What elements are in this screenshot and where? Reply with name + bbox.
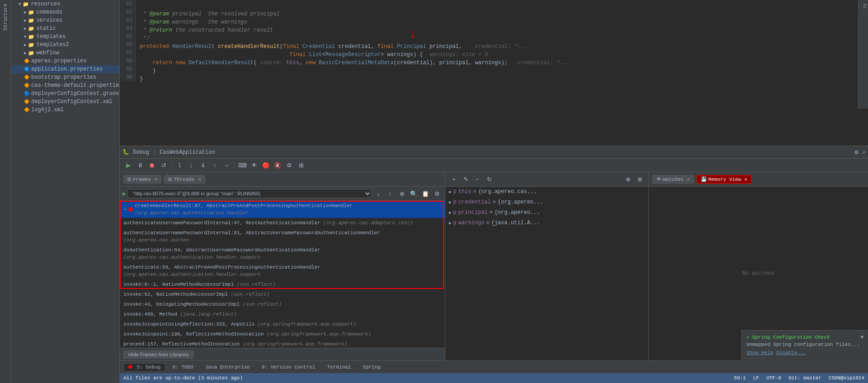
frame-item[interactable]: invokeJoinpoint:190, ReflectiveMethodInv… [120,329,445,339]
filter-button[interactable]: ⊗ [635,175,645,184]
stop-button[interactable]: ⏹ [147,161,157,170]
tree-deployer-groovy[interactable]: 🔵 deployerConfigContext.groovy [11,90,119,98]
variable-credential[interactable]: p credential = {org.apereo... [445,197,648,208]
notification-close[interactable]: ▼ [860,335,863,340]
frame-item[interactable]: doAuthentication:64, AbstractUsernamePas… [120,245,445,262]
frame-item-current[interactable]: → createHandlerResult:87, AbstractPreAnd… [120,201,445,218]
thread-btn-1[interactable]: ↓ [373,189,383,199]
tab-java-enterprise[interactable]: Java Enterprise [200,363,255,371]
tab-version-control[interactable]: 9: Version Control [257,363,321,371]
tree-webflow[interactable]: 📁 webflow [11,49,119,57]
mute-breakpoints-button[interactable]: 🔇 [273,161,283,170]
evaluate-button[interactable]: ⌨ [237,161,247,170]
memory-view-tab[interactable]: 💾 Memory View ✕ [697,175,751,184]
settings-icon[interactable]: ⚙ [854,148,858,156]
restart-button[interactable]: ↺ [159,161,169,170]
expand-icon[interactable]: ↗ [862,149,865,156]
layout-button[interactable]: ⊞ [296,161,306,170]
frame-name: invoke:43, DelegatingMethodAccessorImpl … [123,301,282,308]
tree-apereo-properties[interactable]: 🔶 apereo.properties [11,57,119,65]
encoding-indicator[interactable]: UTF-8 [766,375,781,381]
tree-log4j2[interactable]: 🔶 log4j2.xml [11,106,119,114]
frame-item[interactable]: invoke:0:-1, NativeMethodAccessorImpl (s… [120,279,445,289]
tree-services[interactable]: 📁 services [11,16,119,24]
remove-watch-button[interactable]: − [472,175,482,184]
separator [234,161,235,170]
show-help-link[interactable]: Show Help [746,350,773,355]
line-ending-indicator[interactable]: LF [753,375,759,381]
watches-tab-close[interactable]: ✕ [687,176,690,182]
var-p-icon: p [453,188,456,195]
file-icon: 🔶 [24,83,29,88]
watches-button[interactable]: 👁 [249,161,259,170]
file-icon: 🔷 [24,66,29,72]
frames-tab[interactable]: ⧉ Frames ✕ [123,175,161,184]
resume-button[interactable]: ▶ [123,161,133,170]
step-into-button[interactable]: ↓ [186,161,196,170]
variable-this[interactable]: p this = {org.apereo.cas... [445,187,648,197]
tree-static[interactable]: 📁 static [11,24,119,33]
expand-icon [449,199,451,206]
force-step-into-button[interactable]: ⇓ [198,161,208,170]
tree-deployer-xml[interactable]: 🔶 deployerConfigContext.xml [11,98,119,106]
step-out-button[interactable]: ↑ [210,161,220,170]
restore-button[interactable]: ↻ [484,175,494,184]
thread-btn-3[interactable]: ⊕ [397,189,407,199]
show-ref-button[interactable]: ⊕ [623,175,633,184]
tab-todo[interactable]: 6: TODO [167,363,198,371]
tab-terminal[interactable]: Terminal [322,363,356,371]
settings-debug-button[interactable]: ⚙ [284,161,294,170]
disable-link[interactable]: Disable... [776,350,806,355]
tree-commands[interactable]: 📁 commands [11,8,119,16]
tree-templates2[interactable]: 📁 templates2 [11,41,119,49]
frame-item[interactable]: authenticateUsernamePasswordInternal:81,… [120,228,445,245]
git-branch-indicator[interactable]: Git: master [788,375,821,381]
frame-name: authenticateUsernamePasswordInternal:81,… [123,229,441,244]
var-p-icon: p [453,199,456,206]
notification-tab[interactable]: 52 [859,0,868,12]
tree-cas-theme[interactable]: 🔶 cas-theme-default.properties [11,81,119,90]
thread-btn-6[interactable]: ⚙ [432,189,442,199]
frame-item[interactable]: invoke:43, DelegatingMethodAccessorImpl … [120,299,445,309]
frame-item[interactable]: proceed:157, ReflectiveMethodInvocation … [120,339,445,348]
sidebar-structure-tab[interactable]: Structure [1,0,10,34]
debug-title-label: Debug [133,149,149,156]
thread-btn-5[interactable]: 📋 [420,189,430,199]
variable-principal[interactable]: p principal = {org.apereo... [445,208,648,218]
tab-spring[interactable]: Spring [358,363,386,371]
step-over-button[interactable]: ⤵ [175,161,184,170]
folder-icon: 📁 [23,1,29,7]
frames-panel: ⧉ Frames ✕ ⧉ Threads ✕ ▶ "http-ni [120,172,445,360]
frame-item[interactable]: invokeJoinpointUsingReflection:333, AopU… [120,319,445,329]
hide-frames-button[interactable]: Hide Frames from Libraries [123,350,193,359]
tree-bootstrap-properties[interactable]: 🔶 bootstrap.properties [11,73,119,81]
threads-tab-close[interactable]: ✕ [198,176,201,182]
frame-name: invokeJoinpoint:190, ReflectiveMethodInv… [123,331,371,338]
tree-application-properties[interactable]: 🔷 application.properties [11,65,119,73]
breakpoints-button[interactable]: 🔴 [261,161,271,170]
run-to-cursor-button[interactable]: → [222,161,231,170]
tree-resources[interactable]: 📁 resources [11,0,119,8]
thread-btn-4[interactable]: 🔍 [409,189,419,199]
frame-item[interactable]: authenticateUsernamePasswordInternal:47,… [120,218,445,228]
frame-item[interactable]: invoke:498, Method (java.lang.reflect) [120,309,445,319]
add-watch-button[interactable]: + [449,175,459,184]
var-name-warnings: warnings [458,219,485,227]
threads-tab-label: Threads [174,177,194,182]
position-indicator[interactable]: 59:1 [734,375,746,381]
frames-tab-close[interactable]: ✕ [155,176,158,182]
watches-tab[interactable]: 👁 Watches ✕ [652,175,694,184]
frame-item[interactable]: authenticate:59, AbstractPreAndPostProce… [120,262,445,279]
tree-templates[interactable]: 📁 templates [11,33,119,41]
variable-warnings[interactable]: p warnings = {java.util.A... [445,218,648,228]
thread-selector-dropdown[interactable]: "http-nio-8070-exec-5"@9,888 in group "m… [127,189,372,198]
pause-button[interactable]: ⏸ [135,161,145,170]
spring-notification: ✔ Spring Configuration Check ▼ Unmapped … [741,330,868,359]
thread-btn-2[interactable]: ↑ [385,189,395,199]
threads-tab[interactable]: ⧉ Threads ✕ [164,175,205,184]
edit-watch-button[interactable]: ✎ [461,175,471,184]
tab-debug[interactable]: 5: Debug [123,363,165,371]
frames-tab-label: Frames [133,177,151,182]
frame-item[interactable]: invoke:62, NativeMethodAccessorImpl (sun… [120,289,445,299]
memory-tab-close[interactable]: ✕ [744,176,747,182]
